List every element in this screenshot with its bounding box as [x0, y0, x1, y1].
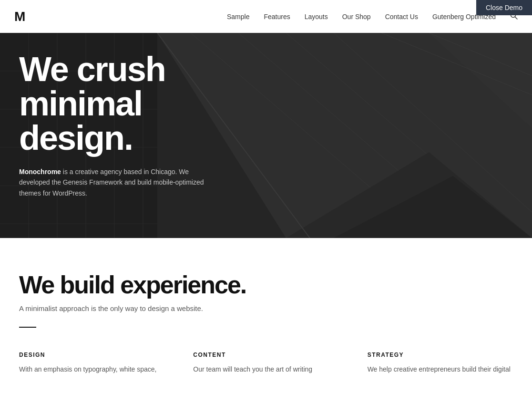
nav-item-our-shop[interactable]: Our Shop — [342, 13, 371, 21]
hero-section: We crush minimal design. Monochrome is a… — [0, 33, 532, 238]
section-divider — [19, 327, 36, 328]
hero-title: We crush minimal design. — [19, 52, 219, 155]
nav-item-sample[interactable]: Sample — [227, 13, 249, 21]
feature-design-label: DESIGN — [19, 352, 164, 358]
feature-strategy: STRATEGY We help creative entrepreneurs … — [368, 352, 513, 374]
feature-content-text: Our team will teach you the art of writi… — [193, 364, 338, 374]
feature-content-label: CONTENT — [193, 352, 338, 358]
feature-design: DESIGN With an emphasis on typography, w… — [19, 352, 164, 374]
nav-item-contact-us[interactable]: Contact Us — [385, 13, 418, 21]
site-nav: Sample Features Layouts Our Shop Contact… — [227, 12, 518, 21]
hero-description: Monochrome is a creative agency based in… — [19, 166, 215, 198]
feature-content: CONTENT Our team will teach you the art … — [193, 352, 338, 374]
site-header: M Sample Features Layouts Our Shop Conta… — [0, 0, 532, 33]
hero-brand-name: Monochrome — [19, 168, 61, 176]
nav-item-layouts[interactable]: Layouts — [305, 13, 328, 21]
svg-line-1 — [515, 17, 518, 19]
feature-strategy-label: STRATEGY — [368, 352, 513, 358]
features-row: DESIGN With an emphasis on typography, w… — [19, 352, 513, 374]
nav-item-features[interactable]: Features — [264, 13, 290, 21]
feature-strategy-text: We help creative entrepreneurs build the… — [368, 364, 513, 374]
close-demo-button[interactable]: Close Demo — [476, 0, 532, 15]
site-logo[interactable]: M — [14, 9, 25, 24]
close-demo-label: Close Demo — [486, 4, 522, 11]
section-heading: We build experience. — [19, 271, 513, 299]
main-section: We build experience. A minimalist approa… — [0, 238, 532, 394]
section-subtitle: A minimalist approach is the only way to… — [19, 304, 513, 312]
hero-content: We crush minimal design. Monochrome is a… — [0, 33, 238, 218]
feature-design-text: With an emphasis on typography, white sp… — [19, 364, 164, 374]
